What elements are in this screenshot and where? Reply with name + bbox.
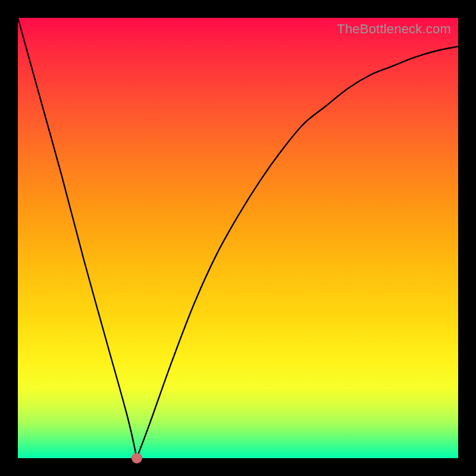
bottleneck-curve [18,18,458,458]
plot-area: TheBottleneck.com [18,18,458,458]
chart-frame: TheBottleneck.com [0,0,476,476]
optimal-point-marker [131,453,142,464]
watermark-text: TheBottleneck.com [337,21,451,37]
